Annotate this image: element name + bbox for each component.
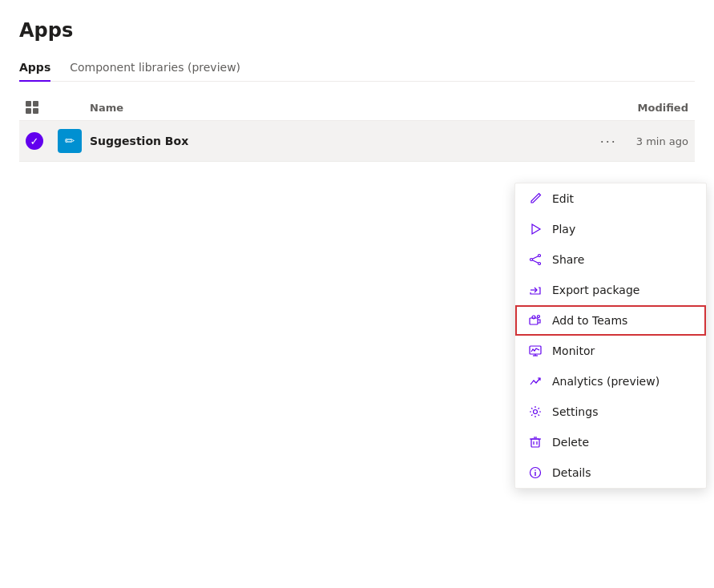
analytics-icon xyxy=(528,374,543,389)
menu-item-details[interactable]: Details xyxy=(515,457,706,488)
tab-component-libraries[interactable]: Component libraries (preview) xyxy=(70,54,240,82)
table-row[interactable]: ✓ ✏ Suggestion Box ··· 3 min ago xyxy=(19,121,695,162)
more-button[interactable]: ··· xyxy=(594,131,623,151)
svg-point-13 xyxy=(534,410,538,414)
menu-label-delete: Delete xyxy=(552,436,589,449)
delete-icon xyxy=(528,435,543,449)
table-area: Name Modified ✓ ✏ Suggestion Box ··· 3 m… xyxy=(0,82,714,175)
app-icon: ✏ xyxy=(58,129,82,153)
menu-label-export-package: Export package xyxy=(552,284,639,296)
menu-label-settings: Settings xyxy=(552,405,598,418)
context-menu: Edit Play Share xyxy=(514,183,707,489)
teams-icon xyxy=(528,313,543,328)
header-check-col xyxy=(26,101,58,114)
menu-item-share[interactable]: Share xyxy=(515,244,706,275)
row-app-name: Suggestion Box xyxy=(90,135,594,147)
grid-icon xyxy=(26,101,38,114)
menu-item-settings[interactable]: Settings xyxy=(515,397,706,427)
page-header: Apps Apps Component libraries (preview) xyxy=(0,0,714,82)
svg-rect-14 xyxy=(531,439,539,447)
check-circle-icon: ✓ xyxy=(26,132,43,150)
svg-line-4 xyxy=(532,256,538,259)
menu-item-monitor[interactable]: Monitor xyxy=(515,336,706,366)
menu-label-share: Share xyxy=(552,253,584,266)
tabs-row: Apps Component libraries (preview) xyxy=(19,54,695,82)
tab-apps[interactable]: Apps xyxy=(19,54,50,82)
page-title: Apps xyxy=(19,19,695,42)
svg-point-2 xyxy=(539,263,541,265)
row-check[interactable]: ✓ xyxy=(26,132,58,150)
menu-label-analytics: Analytics (preview) xyxy=(552,375,660,388)
menu-item-analytics[interactable]: Analytics (preview) xyxy=(515,366,706,397)
svg-line-5 xyxy=(532,260,538,263)
menu-label-edit: Edit xyxy=(552,192,574,205)
settings-icon xyxy=(528,405,543,419)
svg-marker-0 xyxy=(532,224,540,234)
menu-item-export-package[interactable]: Export package xyxy=(515,275,706,305)
modified-text: 3 min ago xyxy=(636,135,688,147)
menu-item-edit[interactable]: Edit xyxy=(515,183,706,214)
menu-item-add-to-teams[interactable]: Add to Teams xyxy=(515,305,706,336)
play-icon xyxy=(528,222,543,236)
svg-point-1 xyxy=(539,255,541,257)
export-icon xyxy=(528,283,543,297)
menu-label-play: Play xyxy=(552,223,575,236)
menu-label-details: Details xyxy=(552,466,591,479)
table-header: Name Modified xyxy=(19,95,695,121)
share-icon xyxy=(528,252,543,267)
header-name: Name xyxy=(90,102,560,114)
menu-label-add-to-teams: Add to Teams xyxy=(552,314,627,327)
svg-point-3 xyxy=(530,259,533,261)
menu-item-play[interactable]: Play xyxy=(515,214,706,244)
menu-label-monitor: Monitor xyxy=(552,344,595,357)
edit-icon xyxy=(528,191,543,206)
app-name-text: Suggestion Box xyxy=(90,135,188,147)
menu-item-delete[interactable]: Delete xyxy=(515,427,706,457)
row-app-icon-col: ✏ xyxy=(58,129,90,153)
svg-point-21 xyxy=(534,469,536,471)
details-icon xyxy=(528,465,543,480)
svg-point-9 xyxy=(538,316,540,318)
row-right: ··· 3 min ago xyxy=(594,131,688,151)
monitor-icon xyxy=(528,344,543,358)
header-modified: Modified xyxy=(560,102,688,114)
